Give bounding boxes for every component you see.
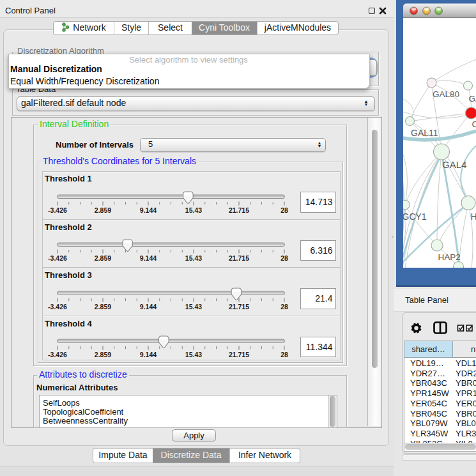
svg-text:15.43: 15.43 bbox=[185, 206, 202, 214]
svg-text:15.43: 15.43 bbox=[185, 254, 202, 262]
svg-text:15.43: 15.43 bbox=[185, 303, 202, 311]
svg-text:28: 28 bbox=[280, 206, 288, 214]
svg-text:21.715: 21.715 bbox=[229, 206, 249, 214]
svg-text:9.144: 9.144 bbox=[140, 303, 157, 311]
svg-text:-3.426: -3.426 bbox=[48, 351, 67, 358]
svg-text:HIS: HIS bbox=[471, 211, 476, 222]
svg-text:21.715: 21.715 bbox=[229, 254, 249, 262]
svg-text:-3.426: -3.426 bbox=[48, 254, 67, 262]
svg-text:-3.426: -3.426 bbox=[48, 303, 67, 311]
svg-text:-3.426: -3.426 bbox=[48, 206, 67, 214]
svg-text:CD: CD bbox=[472, 119, 476, 129]
svg-text:2.859: 2.859 bbox=[95, 303, 111, 311]
svg-text:GCY1: GCY1 bbox=[403, 211, 427, 222]
svg-text:9.144: 9.144 bbox=[140, 254, 157, 262]
svg-text:HAP2: HAP2 bbox=[438, 252, 461, 262]
svg-text:2.859: 2.859 bbox=[95, 254, 111, 262]
svg-text:15.43: 15.43 bbox=[185, 351, 202, 358]
svg-text:2.859: 2.859 bbox=[95, 206, 111, 214]
svg-text:2.859: 2.859 bbox=[95, 351, 111, 358]
svg-text:GAL4: GAL4 bbox=[442, 159, 466, 170]
svg-text:GAL80: GAL80 bbox=[433, 89, 459, 99]
svg-text:GAL11: GAL11 bbox=[411, 128, 438, 138]
svg-text:28: 28 bbox=[280, 351, 288, 358]
svg-text:9.144: 9.144 bbox=[140, 351, 157, 358]
svg-text:21.715: 21.715 bbox=[229, 351, 249, 358]
svg-text:28: 28 bbox=[280, 254, 288, 262]
svg-text:21.715: 21.715 bbox=[229, 303, 249, 311]
svg-text:GA: GA bbox=[469, 94, 476, 104]
svg-text:28: 28 bbox=[280, 303, 288, 311]
svg-text:9.144: 9.144 bbox=[140, 206, 157, 214]
